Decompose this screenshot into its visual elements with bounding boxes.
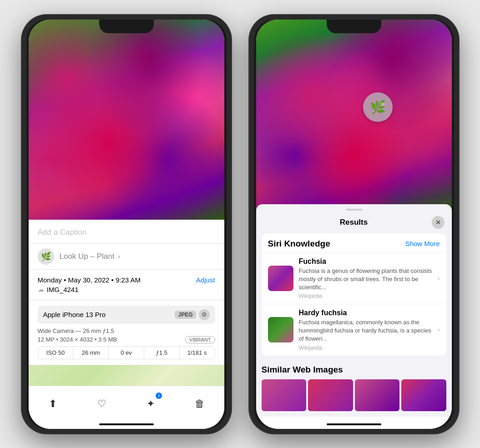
info-button[interactable]: ✦ i — [141, 394, 160, 413]
gear-icon: ⚙ — [199, 309, 210, 320]
similar-image-4[interactable] — [401, 379, 446, 411]
exif-focal: 26 mm — [73, 347, 109, 359]
results-panel: Results ✕ Siri Knowledge Show More Fuchs… — [256, 204, 452, 417]
similar-image-2[interactable] — [308, 379, 353, 411]
results-title: Results — [276, 218, 432, 227]
info-badge: i — [156, 393, 162, 399]
lookup-icon: 🌿 — [38, 248, 54, 265]
trash-icon: 🗑 — [195, 398, 205, 410]
fuchsia-name: Fuchsia — [299, 257, 434, 266]
hardy-source: Wikipedia — [299, 345, 434, 351]
hardy-desc: Fuchsia magellanica, commonly known as t… — [299, 318, 434, 343]
fuchsia-thumbnail — [268, 266, 293, 291]
meta-section: Monday • May 30, 2022 • 9:23 AM Adjust ☁… — [29, 270, 224, 300]
similar-image-1[interactable] — [262, 379, 307, 411]
photo-date: Monday • May 30, 2022 • 9:23 AM — [38, 276, 141, 284]
photo-display[interactable] — [29, 20, 224, 220]
lookup-row[interactable]: 🌿 Look Up – Plant › — [29, 244, 224, 270]
heart-button[interactable]: ♡ — [92, 394, 111, 413]
phone-1: Add a Caption 🌿 Look Up – Plant › Monday… — [22, 15, 231, 433]
hardy-chevron: › — [438, 326, 440, 333]
lookup-subject: Plant — [95, 252, 114, 261]
fuchsia-content: Fuchsia Fuchsia is a genus of flowering … — [299, 257, 434, 300]
exif-ev: 0 ev — [109, 347, 144, 359]
caption-area[interactable]: Add a Caption — [29, 220, 224, 244]
vibrant-badge: VIBRANT — [185, 336, 215, 343]
share-icon: ⬆ — [49, 398, 57, 410]
home-indicator-2 — [327, 423, 381, 425]
heart-icon: ♡ — [97, 398, 106, 410]
phone-2: 🌿 Results ✕ Siri Knowledge Show More — [249, 15, 459, 433]
hardy-name: Hardy fuchsia — [299, 309, 434, 317]
trash-button[interactable]: 🗑 — [190, 394, 209, 413]
close-button[interactable]: ✕ — [432, 216, 445, 229]
flower-image-2 — [256, 20, 452, 211]
phone-2-screen: 🌿 Results ✕ Siri Knowledge Show More — [256, 20, 452, 429]
lookup-prefix: Look Up – — [60, 252, 95, 261]
results-header: Results ✕ — [256, 211, 452, 233]
leaf-icon: 🌿 — [41, 252, 51, 262]
camera-header: Apple iPhone 13 Pro JPEG ⚙ — [38, 306, 215, 324]
photo-display-2: 🌿 — [256, 20, 452, 211]
fuchsia-chevron: › — [438, 275, 440, 282]
siri-dot — [381, 102, 384, 106]
hardy-thumbnail — [268, 317, 293, 342]
siri-icon: 🌿 — [363, 92, 393, 122]
camera-section: Apple iPhone 13 Pro JPEG ⚙ Wide Camera —… — [29, 300, 224, 365]
camera-detail: Wide Camera — 26 mm ƒ1.5 — [38, 327, 114, 334]
resolution: 12 MP • 3024 × 4032 • 3.5 MB — [38, 336, 117, 343]
notch — [99, 20, 154, 33]
jpeg-badge: JPEG — [175, 311, 196, 319]
similar-image-3[interactable] — [355, 379, 400, 411]
siri-knowledge-header: Siri Knowledge Show More — [262, 233, 446, 252]
knowledge-item-hardy[interactable]: Hardy fuchsia Fuchsia magellanica, commo… — [262, 304, 446, 356]
show-more-button[interactable]: Show More — [405, 240, 440, 247]
lookup-label: Look Up – Plant › — [60, 252, 121, 261]
siri-knowledge-title: Siri Knowledge — [268, 239, 330, 249]
exif-shutter: 1/181 s — [180, 347, 215, 359]
bottom-toolbar: ⬆ ♡ ✦ i 🗑 — [29, 386, 224, 429]
caption-placeholder[interactable]: Add a Caption — [38, 228, 87, 237]
camera-detail-row: Wide Camera — 26 mm ƒ1.5 — [38, 327, 215, 334]
similar-title: Similar Web Images — [262, 365, 446, 375]
resolution-row: 12 MP • 3024 × 4032 • 3.5 MB VIBRANT — [38, 336, 215, 343]
similar-images-row — [262, 379, 446, 411]
info-icon: ✦ — [147, 398, 155, 410]
fuchsia-source: Wikipedia — [299, 293, 434, 299]
camera-badges: JPEG ⚙ — [175, 309, 209, 320]
cloud-icon: ☁ — [38, 286, 44, 293]
share-button[interactable]: ⬆ — [43, 394, 62, 413]
lookup-chevron: › — [116, 253, 120, 260]
knowledge-item-fuchsia[interactable]: Fuchsia Fuchsia is a genus of flowering … — [262, 252, 446, 304]
hardy-content: Hardy fuchsia Fuchsia magellanica, commo… — [299, 309, 434, 351]
exif-row: ISO 50 26 mm 0 ev ƒ1.5 1/181 s — [38, 346, 215, 359]
notch-2 — [327, 20, 381, 33]
adjust-button[interactable]: Adjust — [196, 276, 215, 284]
phone-1-screen: Add a Caption 🌿 Look Up – Plant › Monday… — [29, 20, 224, 429]
similar-section: Similar Web Images — [256, 361, 452, 417]
exif-iso: ISO 50 — [38, 347, 74, 359]
fuchsia-desc: Fuchsia is a genus of flowering plants t… — [299, 267, 434, 292]
siri-knowledge-section: Siri Knowledge Show More Fuchsia Fuchsia… — [262, 233, 446, 356]
filename: IMG_4241 — [47, 286, 79, 293]
camera-model: Apple iPhone 13 Pro — [43, 311, 106, 318]
flower-image — [29, 20, 224, 220]
siri-leaf: 🌿 — [370, 100, 386, 115]
home-indicator — [99, 423, 154, 425]
exif-aperture: ƒ1.5 — [144, 347, 180, 359]
